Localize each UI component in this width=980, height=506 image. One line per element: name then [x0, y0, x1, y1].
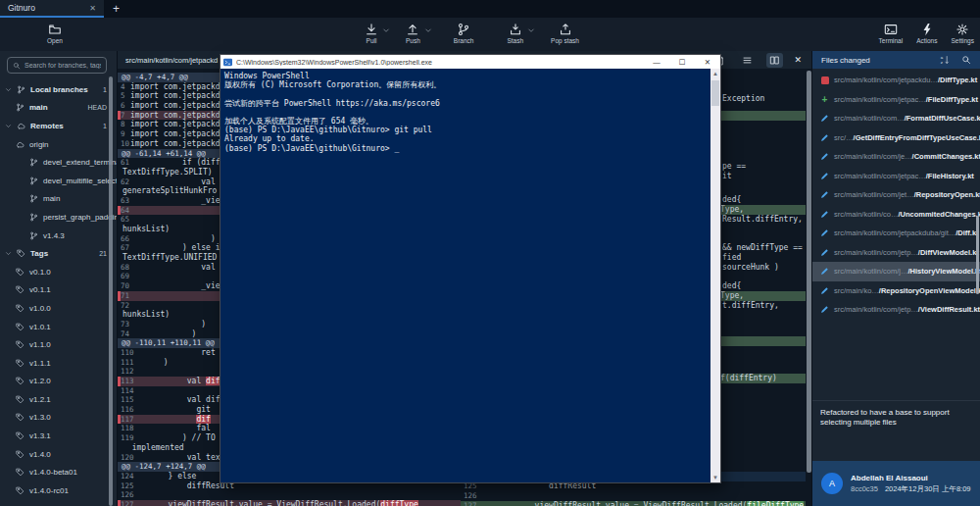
sidebar-item-v1.1.0[interactable]: v1.1.0	[0, 335, 117, 354]
file-dir: src/main/kotlin/com/jetpac…	[834, 95, 926, 104]
pop-stash-button[interactable]: Pop stash	[551, 23, 579, 44]
chevron-down-icon[interactable]	[5, 123, 12, 129]
files-search-icon[interactable]	[961, 55, 971, 65]
changed-file-row[interactable]: src/main/kotlin/com…/FormatDiffUseCase.k…	[812, 109, 980, 128]
diff-line: 127 viewDiffResult.value = ViewDiffResul…	[118, 500, 461, 506]
modified-status-icon	[820, 152, 829, 161]
sidebar-item-v1.3.0[interactable]: v1.3.0	[0, 409, 117, 428]
changed-file-row[interactable]: src/main/kotlin/com/jet…/RepositoryOpen.…	[812, 185, 980, 205]
line-text: val tex	[130, 453, 220, 463]
terminal-button[interactable]: Terminal	[879, 23, 904, 44]
line-text: TextDiffType.UNIFIED	[122, 253, 217, 263]
line-number: 9	[121, 129, 125, 139]
tab-close-icon[interactable]: ✕	[89, 4, 96, 13]
diff-fragment: fied	[722, 253, 806, 263]
diff-line: 127 viewDiffResult.value = ViewDiffResul…	[461, 501, 806, 506]
sidebar-item-v1.4.0[interactable]: v1.4.0	[0, 445, 117, 464]
changed-file-row[interactable]: src/main/kotlin/com/jetp…/DiffViewModel.…	[812, 243, 980, 263]
sidebar-item-v1.4.3[interactable]: v1.4.3	[0, 227, 117, 245]
sidebar-item-v0.1.1[interactable]: v0.1.1	[0, 281, 117, 300]
diff-fragment: f(diffEntry)	[720, 374, 806, 383]
changed-files-list: src/main/kotlin/com/jetpackdu…/DiffType.…	[812, 71, 980, 377]
sidebar-item-v1.3.1[interactable]: v1.3.1	[0, 427, 117, 445]
scroll-down-icon[interactable]: ▼	[710, 473, 720, 482]
sidebar-section-remotes[interactable]: Remotes1	[0, 117, 117, 135]
tab-gitnuro[interactable]: Gitnuro ✕	[0, 0, 104, 18]
push-dropdown-chevron-icon[interactable]	[424, 26, 432, 34]
sidebar-item-origin[interactable]: origin	[0, 135, 117, 154]
chevron-down-icon[interactable]	[5, 250, 12, 257]
changed-file-row[interactable]: src/main/ko…/RepositoryOpenViewModel.kt	[812, 281, 980, 301]
close-diff-icon[interactable]: ✕	[794, 55, 802, 65]
files-changed-panel: Files changed az src/main/kotlin/com/jet…	[811, 51, 980, 506]
diff-fragment: Type,	[720, 205, 806, 215]
stash-dropdown-chevron-icon[interactable]	[527, 26, 535, 34]
sidebar-item-main[interactable]: mainHEAD	[0, 99, 117, 118]
sidebar-section-tags[interactable]: Tags21	[0, 244, 117, 263]
commit-author-bar[interactable]: A Abdellah El Aissaoui 8cc0c35 2024年12月3…	[812, 461, 980, 506]
unified-view-icon[interactable]	[739, 53, 756, 68]
tag-icon	[16, 304, 24, 313]
line-text: val dif	[130, 395, 220, 405]
terminal-line: 版权所有 (C) Microsoft Corporation。保留所有权利。	[224, 80, 710, 89]
chevron-down-icon[interactable]	[5, 86, 12, 93]
pull-dropdown-chevron-icon[interactable]	[382, 26, 390, 34]
changed-file-row[interactable]: src/…/GetDiffEntryFromDiffTypeUseCase.kt	[812, 128, 980, 148]
split-view-icon[interactable]	[766, 53, 783, 68]
sidebar-item-v1.2.1[interactable]: v1.2.1	[0, 390, 117, 409]
open-button[interactable]: Open	[47, 23, 63, 44]
file-dir: src/main/kotlin/com/jet…	[834, 190, 914, 199]
changed-file-row[interactable]: src/main/kotlin/com/jetpackduba/git…/Dif…	[812, 224, 980, 243]
search-input[interactable]: Search for branches, tags ...	[7, 57, 107, 74]
files-list-scrollbar[interactable]	[976, 216, 979, 294]
changed-file-row[interactable]: src/main/kotlin/com/jetpac…/FileHistory.…	[812, 167, 980, 186]
line-number: 8	[121, 120, 125, 129]
pull-button[interactable]: Pull	[365, 23, 378, 44]
open-label: Open	[47, 37, 63, 44]
sidebar-item-main[interactable]: main	[0, 190, 117, 209]
maximize-button[interactable]: ☐	[671, 58, 693, 67]
changed-file-row[interactable]: src/main/kotlin/com/jetpackdu…/DiffType.…	[812, 71, 980, 90]
sidebar-section-local-branches[interactable]: Local branches1	[0, 80, 117, 99]
actions-button[interactable]: Actions	[916, 23, 937, 44]
close-button[interactable]: ✕	[697, 58, 718, 67]
stash-button[interactable]: Stash	[507, 23, 523, 44]
changed-file-row[interactable]: src/main/kotlin/co…/UncommitedChanges.kt	[812, 205, 980, 225]
minimize-button[interactable]: —	[646, 58, 667, 67]
terminal-scrollbar[interactable]: ▲ ▼	[710, 69, 720, 482]
sort-icon[interactable]: az	[940, 55, 950, 65]
sidebar-item-v1.4.0-beta01[interactable]: v1.4.0-beta01	[0, 463, 117, 481]
line-number: 10	[121, 139, 129, 149]
powershell-window[interactable]: C:\Windows\System32\WindowsPowerShell\v1…	[220, 55, 720, 482]
branch-button[interactable]: Branch	[454, 23, 474, 44]
modified-status-icon	[820, 210, 829, 219]
sidebar-item-v1.4.0-rc01[interactable]: v1.4.0-rc01	[0, 481, 117, 500]
terminal-line: Already up to date.	[224, 134, 710, 143]
added-status-icon: +	[820, 95, 829, 104]
new-tab-button[interactable]: +	[104, 0, 128, 18]
scroll-up-icon[interactable]: ▲	[710, 69, 720, 78]
settings-button[interactable]: Settings	[952, 23, 975, 44]
sidebar-item-v0.1.0[interactable]: v0.1.0	[0, 263, 117, 281]
scroll-thumb[interactable]	[711, 80, 719, 106]
changed-file-row[interactable]: src/main/kotlin/com/jetp…/ViewDiffResult…	[812, 300, 980, 320]
terminal-output[interactable]: Windows PowerShell版权所有 (C) Microsoft Cor…	[220, 69, 710, 482]
changed-file-row[interactable]: src/main/kotlin/com/j…/HistoryViewModel.…	[812, 262, 980, 281]
terminal-line	[224, 108, 710, 117]
powershell-titlebar[interactable]: C:\Windows\System32\WindowsPowerShell\v1…	[220, 55, 720, 69]
item-label: v1.0.0	[29, 304, 51, 313]
sidebar-item-v1.2.0[interactable]: v1.2.0	[0, 373, 117, 391]
sidebar-item-devel-multifile-selectio[interactable]: devel_multifile_selectio	[0, 172, 117, 190]
sidebar-item-v1.0.0[interactable]: v1.0.0	[0, 299, 117, 318]
avatar: A	[821, 473, 843, 494]
sidebar-item-devel-extend-termina[interactable]: devel_extend_termina	[0, 153, 117, 172]
changed-file-row[interactable]: src/main/kotlin/com/je…/CommitChanges.kt	[812, 147, 980, 167]
changed-file-row[interactable]: +src/main/kotlin/com/jetpac…/FileDiffTyp…	[812, 90, 980, 110]
sidebar-item-v1.0.1[interactable]: v1.0.1	[0, 318, 117, 336]
sidebar-scrollbar[interactable]	[109, 76, 113, 506]
tag-icon	[16, 285, 24, 294]
sidebar-item-v1.1.1[interactable]: v1.1.1	[0, 354, 117, 373]
line-text: hunksList)	[122, 310, 170, 320]
push-button[interactable]: Push	[406, 23, 420, 44]
sidebar-item-persist-graph-paddin[interactable]: persist_graph_paddin	[0, 208, 117, 227]
